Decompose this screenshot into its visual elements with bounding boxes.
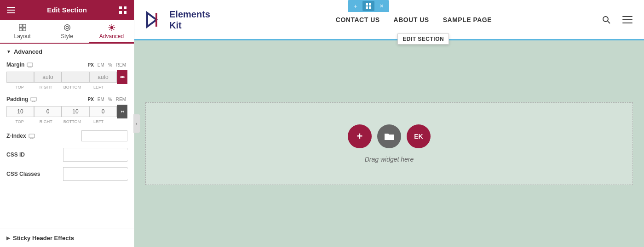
advanced-arrow: ▼ — [6, 49, 11, 54]
tab-bar: Layout Style Advanced — [0, 20, 134, 44]
svg-rect-10 — [23, 28, 25, 31]
edit-panel: Edit Section Layout — [0, 0, 134, 247]
svg-rect-34 — [622, 16, 632, 17]
svg-rect-1 — [7, 10, 15, 11]
top-navbar: Elements Kit CONTACT US ABOUT US Edit Se… — [134, 0, 644, 40]
widget-buttons: + EK — [348, 124, 431, 148]
nav-links: CONTACT US ABOUT US Edit Section SAMPLE … — [229, 16, 599, 23]
margin-top-input[interactable] — [6, 72, 34, 83]
padding-left-input[interactable] — [89, 106, 117, 117]
advanced-heading[interactable]: ▼ Advanced — [6, 48, 127, 55]
z-index-responsive-icon — [29, 133, 35, 139]
tab-layout[interactable]: Layout — [0, 20, 45, 44]
sticky-label: Sticky Header Effects — [13, 235, 74, 241]
toolbar-grid-button[interactable] — [362, 1, 374, 11]
padding-unit-rem[interactable]: REM — [115, 96, 127, 102]
margin-unit-pct[interactable]: % — [107, 62, 114, 68]
css-classes-wrapper: ≡ — [63, 167, 127, 181]
right-panel: + ✕ Elements Kit CONTACT US ABOUT US — [134, 0, 644, 247]
svg-rect-22 — [29, 134, 34, 138]
tab-advanced-label: Advanced — [99, 33, 124, 39]
svg-rect-3 — [119, 6, 122, 9]
margin-label-row: Margin PX EM % REM — [6, 62, 127, 68]
padding-responsive-icon — [30, 96, 37, 102]
margin-left-input[interactable]: auto — [89, 72, 117, 83]
tab-advanced[interactable]: Advanced — [89, 20, 134, 44]
toolbar-add-button[interactable]: + — [350, 1, 362, 11]
margin-unit-selector: PX EM % REM — [86, 62, 127, 68]
padding-top-input[interactable] — [6, 106, 34, 117]
svg-rect-8 — [23, 24, 25, 27]
margin-unit-em[interactable]: EM — [96, 62, 106, 68]
nav-icons — [599, 12, 635, 27]
toolbar-close-button[interactable]: ✕ — [375, 1, 387, 11]
content-area: + EK Drag widget here — [134, 40, 644, 247]
drag-widget-box: + EK Drag widget here — [145, 102, 633, 185]
svg-rect-27 — [369, 3, 371, 6]
css-classes-input[interactable] — [63, 169, 134, 179]
z-index-input[interactable] — [81, 130, 127, 141]
section-toolbar: + ✕ — [348, 0, 389, 12]
svg-rect-4 — [124, 6, 126, 9]
padding-unit-px[interactable]: PX — [86, 96, 95, 102]
nav-link-about[interactable]: ABOUT US Edit Section — [394, 16, 429, 23]
nav-link-contact[interactable]: CONTACT US — [336, 16, 380, 23]
padding-inputs — [6, 105, 127, 118]
margin-inputs: auto auto — [6, 70, 127, 84]
logo-icon — [144, 9, 165, 30]
svg-rect-7 — [19, 24, 22, 27]
padding-field: Padding PX EM % REM — [6, 96, 127, 124]
sticky-section[interactable]: ▶ Sticky Header Effects — [0, 229, 134, 247]
css-id-field: CSS ID ≡ — [6, 148, 127, 162]
svg-point-13 — [110, 26, 113, 28]
padding-unit-selector: PX EM % REM — [86, 96, 127, 102]
panel-collapse-button[interactable]: ‹ — [133, 114, 140, 133]
menu-icon-button[interactable] — [620, 12, 635, 27]
css-id-input[interactable] — [63, 150, 134, 160]
margin-labels: TOP RIGHT BOTTOM LEFT — [6, 85, 127, 90]
folder-widget-button[interactable] — [377, 124, 401, 148]
svg-line-33 — [608, 21, 610, 23]
tab-style[interactable]: Style — [45, 20, 89, 44]
advanced-section: ▼ Advanced Margin — [0, 44, 134, 229]
z-index-field: Z-Index — [6, 130, 127, 141]
svg-point-32 — [603, 17, 608, 22]
tab-layout-label: Layout — [14, 33, 30, 39]
svg-marker-30 — [147, 13, 156, 27]
margin-bottom-input[interactable] — [62, 72, 89, 83]
svg-rect-2 — [7, 12, 15, 13]
padding-link-button[interactable] — [117, 105, 127, 118]
margin-field: Margin PX EM % REM — [6, 62, 127, 90]
padding-bottom-input[interactable] — [62, 106, 89, 117]
margin-link-button[interactable] — [117, 70, 127, 84]
grid-icon[interactable] — [118, 6, 127, 15]
margin-unit-rem[interactable]: REM — [115, 62, 127, 68]
nav-link-sample[interactable]: SAMPLE PAGE — [443, 16, 492, 23]
ek-widget-button[interactable]: EK — [407, 124, 431, 148]
sticky-arrow: ▶ — [6, 236, 10, 241]
drag-text: Drag widget here — [365, 156, 414, 163]
hamburger-icon[interactable] — [6, 6, 16, 15]
panel-title: Edit Section — [16, 6, 118, 14]
edit-section-tooltip: Edit Section — [397, 34, 449, 45]
add-widget-button[interactable]: + — [348, 124, 372, 148]
padding-unit-pct[interactable]: % — [107, 96, 114, 102]
svg-rect-28 — [366, 6, 368, 9]
svg-rect-18 — [31, 97, 36, 101]
svg-rect-9 — [19, 28, 22, 31]
padding-right-input[interactable] — [34, 106, 62, 117]
margin-responsive-icon — [27, 62, 33, 67]
svg-rect-0 — [7, 7, 15, 8]
css-classes-field: CSS Classes ≡ — [6, 167, 127, 181]
z-index-label: Z-Index — [6, 133, 35, 139]
search-icon-button[interactable] — [599, 12, 614, 27]
margin-unit-px[interactable]: PX — [86, 62, 95, 68]
svg-rect-5 — [119, 11, 122, 14]
padding-labels: TOP RIGHT BOTTOM LEFT — [6, 119, 127, 124]
margin-label: Margin — [6, 62, 33, 68]
svg-rect-26 — [366, 3, 368, 6]
padding-label-row: Padding PX EM % REM — [6, 96, 127, 102]
padding-unit-em[interactable]: EM — [96, 96, 106, 102]
margin-right-input[interactable]: auto — [34, 72, 62, 83]
css-id-label: CSS ID — [6, 152, 43, 158]
